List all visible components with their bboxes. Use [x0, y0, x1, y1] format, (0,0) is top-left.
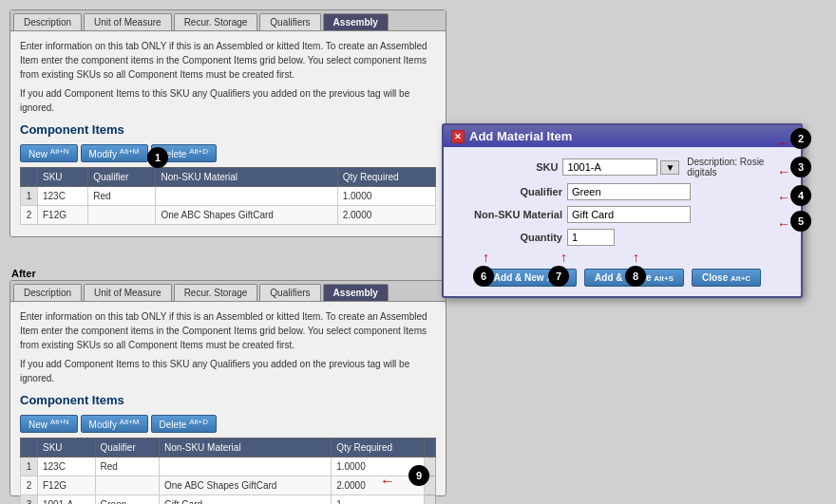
row-qty: 1.0000 [337, 186, 435, 205]
qualifier-label: Qualifier [458, 186, 562, 197]
component-items-heading-before: Component Items [20, 121, 436, 140]
row-qualifier: Red [95, 457, 160, 476]
modify-btn-before[interactable]: Modify Alt+M [81, 144, 148, 162]
row-num: 3 [21, 495, 38, 504]
tab-qualifiers-after[interactable]: Qualifiers [259, 284, 320, 301]
callout-7: 7 [548, 266, 569, 287]
instructions-after: Enter information on this tab ONLY if th… [20, 309, 436, 352]
row-num: 1 [21, 457, 38, 476]
arrow-8: ↑ [633, 250, 639, 265]
row-qualifier: Red [88, 186, 156, 205]
callout-9: 9 [408, 465, 429, 486]
arrow-9: ← [380, 473, 395, 490]
row-nonsku [160, 457, 332, 476]
row-sku: 123C [38, 186, 88, 205]
table-row: 2 F12G One ABC Shapes GiftCard 2.0000 [21, 205, 436, 224]
row-num: 2 [21, 476, 38, 495]
col-sku-before: SKU [38, 167, 88, 186]
instructions-before: Enter information on this tab ONLY if th… [20, 39, 436, 82]
modal-title: Add Material Item [469, 129, 572, 143]
qualifier-input[interactable] [567, 183, 691, 200]
quantity-label: Quantity [458, 232, 562, 243]
after-grid: SKU Qualifier Non-SKU Material Qty Requi… [20, 438, 436, 504]
new-btn-before[interactable]: New Alt+N [20, 144, 78, 162]
non-sku-label: Non-SKU Material [458, 209, 562, 220]
modal-body: SKU ▼ Description: Rosie digitals Qualif… [444, 147, 801, 261]
row-qualifier [88, 205, 156, 224]
row-qualifier: Green [95, 495, 160, 504]
row-sku: F12G [38, 205, 88, 224]
before-panel: Description Unit of Measure Recur. Stora… [10, 9, 446, 237]
after-label: After [11, 268, 36, 279]
row-nonsku: Gift Card [160, 495, 332, 504]
quantity-input[interactable] [567, 229, 615, 246]
add-material-modal: ✕ Add Material Item SKU ▼ Description: R… [442, 123, 803, 298]
callout-1: 1 [147, 147, 168, 168]
table-row: 2 F12G One ABC Shapes GiftCard 2.0000 [21, 476, 436, 495]
non-sku-input[interactable] [567, 206, 691, 223]
row-sku: 1001-A [38, 495, 96, 504]
tab-description-before[interactable]: Description [13, 13, 82, 30]
col-nonsku-before: Non-SKU Material [156, 167, 337, 186]
arrow-7: ↑ [560, 250, 567, 265]
instructions2-before: If you add Component Items to this SKU a… [20, 86, 436, 115]
tab-description-after[interactable]: Description [13, 284, 82, 301]
tab-uom-after[interactable]: Unit of Measure [84, 284, 172, 301]
scroll-cell [425, 495, 436, 504]
col-qty-before: Qty Required [337, 167, 435, 186]
sku-input[interactable] [562, 159, 657, 176]
tab-assembly-before[interactable]: Assembly [323, 13, 389, 30]
sku-label: SKU [458, 161, 558, 173]
col-qualifier-after: Qualifier [95, 438, 160, 457]
modal-close-x-btn[interactable]: ✕ [451, 130, 465, 143]
close-btn[interactable]: Close Alt+C [692, 269, 761, 287]
row-sku: F12G [38, 476, 96, 495]
modify-btn-after[interactable]: Modify Alt+M [81, 415, 148, 433]
sku-input-group: ▼ Description: Rosie digitals [562, 157, 787, 177]
row-num: 2 [21, 205, 38, 224]
action-buttons-after: New Alt+N Modify Alt+M Delete Alt+D [20, 415, 436, 433]
qualifier-row: Qualifier [458, 183, 787, 200]
row-num: 1 [21, 186, 38, 205]
arrow-4: ← [777, 190, 790, 205]
before-grid: SKU Qualifier Non-SKU Material Qty Requi… [20, 167, 436, 225]
sku-row: SKU ▼ Description: Rosie digitals [458, 157, 787, 177]
tab-recur-after[interactable]: Recur. Storage [174, 284, 258, 301]
table-row: 1 123C Red 1.0000 [21, 457, 436, 476]
delete-btn-after[interactable]: Delete Alt+D [151, 415, 217, 433]
row-sku: 123C [38, 457, 96, 476]
tab-qualifiers-before[interactable]: Qualifiers [259, 13, 320, 30]
arrow-6: ↑ [483, 250, 489, 265]
col-sku-after: SKU [38, 438, 96, 457]
arrow-2: ← [777, 136, 790, 151]
tab-recur-before[interactable]: Recur. Storage [174, 13, 258, 30]
sku-dropdown-btn[interactable]: ▼ [660, 160, 679, 175]
new-btn-after[interactable]: New Alt+N [20, 415, 78, 433]
component-items-heading-after: Component Items [20, 391, 436, 410]
scroll-header [425, 438, 436, 457]
row-nonsku: One ABC Shapes GiftCard [156, 205, 337, 224]
before-tab-bar: Description Unit of Measure Recur. Stora… [10, 10, 446, 31]
callout-5: 5 [790, 211, 811, 232]
table-row: 3 1001-A Green Gift Card 1 [21, 495, 436, 504]
callout-4: 4 [790, 185, 811, 206]
callout-6: 6 [473, 266, 494, 287]
col-nonsku-after: Non-SKU Material [160, 438, 332, 457]
row-qty: 1 [332, 495, 425, 504]
row-nonsku [156, 186, 337, 205]
row-nonsku: One ABC Shapes GiftCard [160, 476, 332, 495]
modal-footer: Add & New Alt+X Add & Close Alt+S Close … [444, 261, 801, 296]
col-num-after [21, 438, 38, 457]
tab-assembly-after[interactable]: Assembly [323, 284, 389, 301]
tab-uom-before[interactable]: Unit of Measure [84, 13, 172, 30]
after-panel: Description Unit of Measure Recur. Stora… [10, 280, 446, 496]
quantity-row: Quantity [458, 229, 787, 246]
arrow-3: ← [777, 164, 790, 179]
after-tab-bar: Description Unit of Measure Recur. Stora… [10, 281, 446, 302]
row-qty: 2.0000 [337, 205, 435, 224]
callout-8: 8 [625, 266, 646, 287]
instructions2-after: If you add Component Items to this SKU a… [20, 357, 436, 385]
modal-title-bar: ✕ Add Material Item [444, 125, 801, 147]
callout-3: 3 [790, 157, 811, 177]
col-num-before [21, 167, 38, 186]
